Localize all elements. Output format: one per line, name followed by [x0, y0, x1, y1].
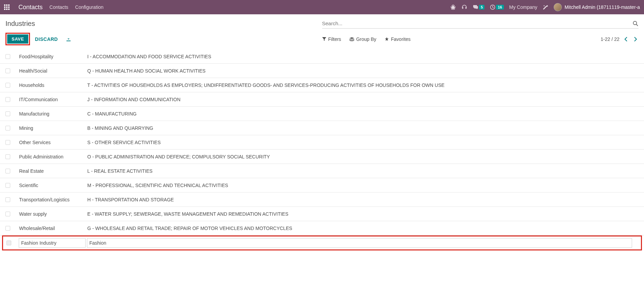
row-checkbox[interactable]: [5, 226, 10, 231]
industry-name: Water supply: [18, 211, 86, 217]
search-icon[interactable]: [632, 20, 639, 27]
funnel-icon: [322, 37, 326, 41]
pager-prev[interactable]: [623, 37, 629, 42]
page-title: Industries: [5, 20, 322, 28]
industry-name: Real Estate: [18, 168, 86, 174]
table-row[interactable]: Transportation/LogisticsH - TRANSPORTATI…: [0, 193, 644, 207]
industry-description: M - PROFESSIONAL, SCIENTIFIC AND TECHNIC…: [86, 183, 639, 188]
row-checkbox[interactable]: [5, 212, 10, 216]
svg-point-0: [452, 6, 454, 9]
table-row[interactable]: Water supplyE - WATER SUPPLY; SEWERAGE, …: [0, 207, 644, 221]
search-input[interactable]: [322, 18, 633, 28]
industry-description: E - WATER SUPPLY; SEWERAGE, WASTE MANAGE…: [86, 211, 639, 217]
top-navbar: Contacts Contacts Configuration 5 16 My …: [0, 0, 644, 14]
row-checkbox[interactable]: [5, 126, 10, 131]
industries-list: Food/HospitalityI - ACCOMMODATION AND FO…: [0, 49, 644, 235]
messaging-icon[interactable]: 5: [473, 4, 484, 10]
industry-name: Households: [18, 82, 86, 88]
industry-description: C - MANUFACTURING: [86, 111, 639, 117]
table-row[interactable]: Wholesale/RetailG - WHOLESALE AND RETAIL…: [0, 221, 644, 235]
activities-icon[interactable]: 16: [490, 4, 504, 10]
row-checkbox[interactable]: [5, 169, 10, 173]
industry-name: Mining: [18, 125, 86, 131]
svg-point-2: [633, 21, 637, 25]
table-row[interactable]: ManufacturingC - MANUFACTURING: [0, 107, 644, 121]
user-menu[interactable]: Mitchell Admin (18711119-master-a: [554, 3, 640, 11]
nav-contacts[interactable]: Contacts: [49, 4, 68, 10]
pager-text[interactable]: 1-22 / 22: [601, 36, 619, 42]
export-icon[interactable]: [66, 37, 71, 42]
activities-badge: 16: [496, 5, 504, 10]
table-row[interactable]: MiningB - MINING AND QUARRYING: [0, 121, 644, 135]
debug-tools-icon[interactable]: [543, 4, 548, 10]
pager-next[interactable]: [632, 37, 639, 42]
new-industry-desc-input[interactable]: [87, 238, 632, 248]
bug-icon[interactable]: [450, 4, 456, 10]
industry-description: S - OTHER SERVICE ACTIVITIES: [86, 140, 639, 145]
row-checkbox[interactable]: [5, 154, 10, 159]
table-row[interactable]: Health/SocialQ - HUMAN HEALTH AND SOCIAL…: [0, 64, 644, 78]
row-checkbox[interactable]: [5, 97, 10, 102]
table-row[interactable]: Food/HospitalityI - ACCOMMODATION AND FO…: [0, 49, 644, 64]
layers-icon: [349, 37, 354, 41]
industry-name: Health/Social: [18, 68, 86, 74]
user-name: Mitchell Admin (18711119-master-a: [565, 4, 640, 10]
table-row[interactable]: Other ServicesS - OTHER SERVICE ACTIVITI…: [0, 135, 644, 150]
table-row[interactable]: ScientificM - PROFESSIONAL, SCIENTIFIC A…: [0, 178, 644, 193]
row-checkbox[interactable]: [5, 197, 10, 202]
support-icon[interactable]: [461, 4, 467, 10]
row-checkbox[interactable]: [5, 83, 10, 88]
row-checkbox[interactable]: [6, 241, 11, 245]
industry-name: Manufacturing: [18, 111, 86, 117]
industry-name: Transportation/Logistics: [18, 197, 86, 202]
user-avatar: [554, 3, 562, 11]
table-row[interactable]: IT/CommunicationJ - INFORMATION AND COMM…: [0, 92, 644, 107]
apps-menu-icon[interactable]: [4, 4, 10, 10]
new-record-row: [3, 236, 641, 249]
table-row[interactable]: Real EstateL - REAL ESTATE ACTIVITIES: [0, 164, 644, 178]
industry-description: H - TRANSPORTATION AND STORAGE: [86, 197, 639, 202]
industry-description: T - ACTIVITIES OF HOUSEHOLDS AS EMPLOYER…: [86, 82, 639, 88]
industry-name: Scientific: [18, 183, 86, 188]
industry-name: IT/Communication: [18, 97, 86, 102]
highlight-edit-row: [2, 235, 642, 250]
save-button[interactable]: SAVE: [7, 34, 28, 44]
groupby-button[interactable]: Group By: [349, 36, 376, 42]
industry-description: L - REAL ESTATE ACTIVITIES: [86, 168, 639, 174]
highlight-save-box: SAVE: [5, 33, 30, 45]
industry-name: Food/Hospitality: [18, 54, 86, 59]
new-industry-name-input[interactable]: [19, 238, 86, 248]
industry-description: O - PUBLIC ADMINISTRATION AND DEFENCE; C…: [86, 154, 639, 159]
industry-description: B - MINING AND QUARRYING: [86, 125, 639, 131]
table-row[interactable]: Public AdministrationO - PUBLIC ADMINIST…: [0, 150, 644, 164]
row-checkbox[interactable]: [5, 140, 10, 145]
industry-name: Other Services: [18, 140, 86, 145]
app-brand: Contacts: [18, 4, 43, 11]
messages-badge: 5: [479, 5, 484, 10]
row-checkbox[interactable]: [5, 68, 10, 73]
industry-description: J - INFORMATION AND COMMUNICATION: [86, 97, 639, 102]
industry-description: Q - HUMAN HEALTH AND SOCIAL WORK ACTIVIT…: [86, 68, 639, 74]
industry-description: I - ACCOMMODATION AND FOOD SERVICE ACTIV…: [86, 54, 639, 59]
star-icon: [385, 37, 389, 41]
nav-configuration[interactable]: Configuration: [75, 4, 103, 10]
row-checkbox[interactable]: [5, 54, 10, 59]
industry-name: Public Administration: [18, 154, 86, 159]
company-selector[interactable]: My Company: [509, 4, 537, 10]
row-checkbox[interactable]: [5, 111, 10, 116]
table-row[interactable]: HouseholdsT - ACTIVITIES OF HOUSEHOLDS A…: [0, 78, 644, 92]
discard-button[interactable]: DISCARD: [35, 36, 58, 42]
filters-button[interactable]: Filters: [322, 36, 341, 42]
industry-description: G - WHOLESALE AND RETAIL TRADE; REPAIR O…: [86, 226, 639, 231]
row-checkbox[interactable]: [5, 183, 10, 188]
favorites-button[interactable]: Favorites: [385, 36, 411, 42]
industry-name: Wholesale/Retail: [18, 226, 86, 231]
